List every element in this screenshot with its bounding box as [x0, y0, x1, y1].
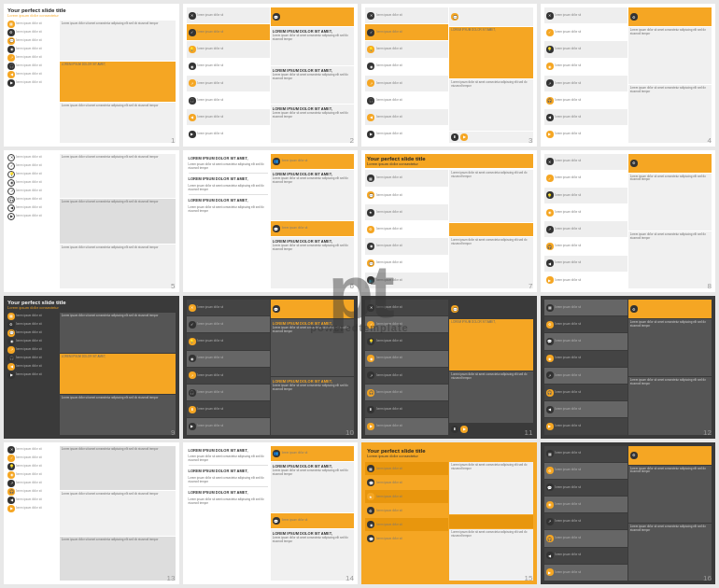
slide-thumb-9[interactable]: Your perfect slide title Lorem ipsum dol…: [4, 296, 179, 439]
slide-thumb-16[interactable]: ▦lorem ipsum dolor sit ⚙lorem ipsum dolo…: [541, 442, 716, 585]
s12-icon-6: 🎧: [546, 389, 554, 397]
s11-icon-3: 💡: [367, 338, 374, 345]
slide-1-icons: ▦lorem ipsum dolor sit ⚙lorem ipsum dolo…: [7, 21, 58, 143]
s2-icon-6: 🎧: [189, 97, 196, 105]
s16-icon-8: ▶: [546, 568, 554, 576]
s10-header: 💬: [271, 300, 354, 318]
s7-icon-7: 📺: [367, 276, 374, 284]
s8-body: Lorem ipsum dolor sit amet consectetur a…: [628, 174, 712, 231]
s9-block2: LOREM IPSUM DOLOR SIT AMET,: [60, 354, 176, 394]
s16-gear-icon: ⚙: [630, 452, 638, 459]
s7-icon-1: ▦: [367, 175, 374, 182]
slide-15-subtitle: Lorem ipsum dolor consectetur: [367, 455, 531, 459]
s13-icon-2: ✓: [7, 455, 15, 462]
s8-icon-4: ◉: [546, 209, 554, 217]
s2-icon-7: ◀: [189, 114, 196, 121]
s8-icon-6: 🎧: [546, 243, 554, 250]
s11-chat-icon: 💬: [451, 305, 458, 313]
slide-2-number: 2: [350, 136, 354, 145]
s3-header: 💬: [449, 7, 532, 26]
slide-thumb-13[interactable]: ✕lorem ipsum dolor sit ✓lorem ipsum dolo…: [4, 442, 179, 585]
s8-icon-7: ◀: [546, 259, 554, 267]
slide-thumb-3[interactable]: ✕lorem ipsum dolor sit ✓lorem ipsum dolo…: [361, 4, 537, 147]
s8-icon-3: 💡: [546, 191, 554, 199]
s2-icon-2: ✓: [189, 29, 196, 36]
slide-thumb-6[interactable]: LOREM IPSUM DOLOR SIT AMET, Lorem ipsum …: [183, 150, 359, 293]
s9-icon-8: ▶: [7, 371, 15, 379]
s16-body2: Lorem ipsum dolor sit amet consectetur a…: [628, 524, 712, 581]
slide-6-number: 6: [350, 282, 354, 290]
s5-icon-2: ✓: [7, 162, 15, 170]
s9-icon-2: ⚙: [7, 321, 15, 329]
s16-body: Lorem ipsum dolor sit amet consectetur a…: [628, 466, 712, 523]
s12-icon-5: ↗: [546, 371, 554, 379]
slide-1-number: 1: [171, 136, 175, 145]
s11-icon-2: ✓: [367, 321, 374, 329]
slide-5-content: Lorem ipsum dolor sit amet consectetur a…: [60, 154, 176, 289]
s2-body2: LOREM IPSUM DOLOR SIT AMET, Lorem ipsum …: [271, 66, 354, 105]
s13-block1: Lorem ipsum dolor sit amet consectetur a…: [60, 446, 176, 491]
s14-body2: LOREM IPSUM DOLOR SIT AMET, Lorem ipsum …: [271, 529, 354, 581]
slide-thumb-5[interactable]: ✕lorem ipsum dolor sit ✓lorem ipsum dolo…: [4, 150, 179, 293]
s4-icon-2: ✓: [546, 29, 554, 36]
s7-icon-5: ◉: [367, 243, 374, 250]
s4-header: ⚙: [628, 7, 712, 26]
slide-thumb-12[interactable]: ▦lorem ipsum dolor sit ⚙lorem ipsum dolo…: [541, 296, 716, 439]
s11-body: Lorem ipsum dolor sit amet consectetur a…: [449, 371, 532, 423]
s11-icon-8: ▶: [367, 423, 374, 430]
s5-block2: Lorem ipsum dolor sit amet consectetur a…: [60, 199, 176, 244]
s10-icon-6: 🎧: [189, 389, 196, 397]
s13-icon-3: 💡: [7, 463, 15, 470]
s4-gear-icon: ⚙: [630, 13, 638, 21]
slide-thumb-2[interactable]: ✕lorem ipsum dolor sit ✓lorem ipsum dolo…: [183, 4, 359, 147]
s11-bottom: ⏸ ▶: [449, 424, 532, 435]
s4-icon-7: ◀: [546, 114, 554, 121]
s11-pause-icon: ⏸: [451, 426, 458, 433]
slide-thumb-4[interactable]: ✕lorem ipsum dolor sit ✓lorem ipsum dolo…: [541, 4, 716, 147]
s5-icon-4: ◉: [7, 179, 15, 187]
slide-1-content: Lorem ipsum dolor sit amet consectetur a…: [60, 21, 176, 143]
slide-5-icons: ✕lorem ipsum dolor sit ✓lorem ipsum dolo…: [7, 154, 58, 289]
s10-body: LOREM IPSUM DOLOR SIT AMET, Lorem ipsum …: [271, 319, 354, 376]
icon-2: ⚙: [7, 29, 15, 36]
slide-thumb-11[interactable]: ✕lorem ipsum dolor sit ✓lorem ipsum dolo…: [361, 296, 537, 439]
s3-icon-7: ◀: [367, 114, 374, 121]
s14-body: LOREM IPSUM DOLOR SIT AMET, Lorem ipsum …: [271, 462, 354, 513]
s8-icon-8: ▶: [546, 276, 554, 284]
s2-body3: LOREM IPSUM DOLOR SIT AMET, Lorem ipsum …: [271, 105, 354, 143]
s9-icon-4: ◉: [7, 338, 15, 345]
s7-icon-2: 💬: [367, 191, 374, 199]
slide-16-number: 16: [703, 574, 712, 582]
s11-icon-4: ◉: [367, 355, 374, 362]
s12-header: ⚙: [628, 300, 712, 318]
slide-thumb-15[interactable]: Your perfect slide title Lorem ipsum dol…: [361, 442, 537, 585]
s7-icon-3: ★: [367, 209, 374, 217]
s2-icon-3: 💡: [189, 46, 196, 53]
icon-3: 💬: [7, 37, 15, 45]
s12-body: Lorem ipsum dolor sit amet consectetur a…: [628, 319, 712, 376]
slide-7-subtitle: Lorem ipsum dolor consectetur: [367, 162, 531, 167]
s4-icon-1: ✕: [546, 12, 554, 20]
s3-chat-icon: 💬: [451, 13, 458, 21]
slide-15-number: 15: [525, 574, 533, 582]
slide-thumb-7[interactable]: Your perfect slide title Lorem ipsum dol…: [361, 150, 537, 293]
s15-icon-3: ★: [367, 493, 374, 500]
slide-thumb-10[interactable]: ✕lorem ipsum dolor sit ✓lorem ipsum dolo…: [183, 296, 359, 439]
s10-icon-4: ◉: [189, 355, 196, 362]
slide-thumb-1[interactable]: Your perfect slide title Lorem ipsum dol…: [4, 4, 179, 147]
slide-10-number: 10: [345, 428, 354, 437]
s13-icon-7: ◀: [7, 497, 15, 504]
s14-chat-icon: 💬: [273, 517, 280, 525]
slide-thumb-14[interactable]: LOREM IPSUM DOLOR SIT AMET, Lorem ipsum …: [183, 442, 359, 585]
s16-icon-2: ⚙: [546, 467, 554, 474]
slide-9-content: Lorem ipsum dolor sit amet consectetur a…: [60, 313, 176, 435]
s15-icon-6: 💬: [367, 535, 374, 542]
slide-3-number: 3: [529, 136, 532, 145]
s8-gear-icon: ⚙: [630, 160, 638, 167]
s16-icon-4: ◉: [546, 501, 554, 509]
s9-icon-6: 🎧: [7, 355, 15, 362]
s12-body2: Lorem ipsum dolor sit amet consectetur a…: [628, 377, 712, 434]
slide-9-title-area: Your perfect slide title Lorem ipsum dol…: [7, 300, 176, 311]
s15-icon-4: ⚙: [367, 507, 374, 514]
slide-thumb-8[interactable]: ✕lorem ipsum dolor sit ✓lorem ipsum dolo…: [541, 150, 716, 293]
